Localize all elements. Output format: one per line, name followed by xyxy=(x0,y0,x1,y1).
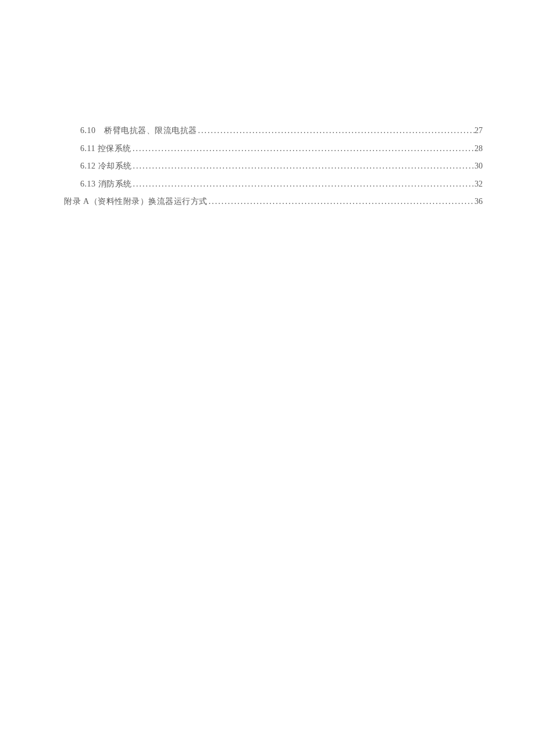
toc-leader-dots xyxy=(132,178,475,190)
toc-entry-page: 32 xyxy=(475,178,483,190)
toc-entry-page: 27 xyxy=(475,125,483,137)
toc-leader-dots xyxy=(131,143,475,155)
toc-entry: 6.13 消防系统 32 xyxy=(64,178,483,190)
toc-entry-page: 36 xyxy=(475,196,483,207)
toc-entry-page: 28 xyxy=(475,143,483,155)
toc-section: 6.10 桥臂电抗器、限流电抗器 27 6.11 控保系统 28 6.12 冷却… xyxy=(0,0,535,207)
toc-entry-page: 30 xyxy=(475,160,483,172)
toc-entry: 附录 A（资料性附录）换流器运行方式 36 xyxy=(64,196,483,207)
toc-entry-label: 附录 A（资料性附录）换流器运行方式 xyxy=(64,196,208,207)
toc-entry-label: 6.10 桥臂电抗器、限流电抗器 xyxy=(80,125,197,137)
toc-leader-dots xyxy=(208,196,475,207)
toc-leader-dots xyxy=(197,125,475,137)
toc-leader-dots xyxy=(132,160,475,172)
toc-entry-label: 6.12 冷却系统 xyxy=(80,160,132,172)
toc-entry: 6.12 冷却系统 30 xyxy=(64,160,483,172)
toc-entry: 6.10 桥臂电抗器、限流电抗器 27 xyxy=(64,125,483,137)
toc-entry-label: 6.11 控保系统 xyxy=(80,143,131,155)
toc-entry: 6.11 控保系统 28 xyxy=(64,143,483,155)
toc-entry-label: 6.13 消防系统 xyxy=(80,178,132,190)
